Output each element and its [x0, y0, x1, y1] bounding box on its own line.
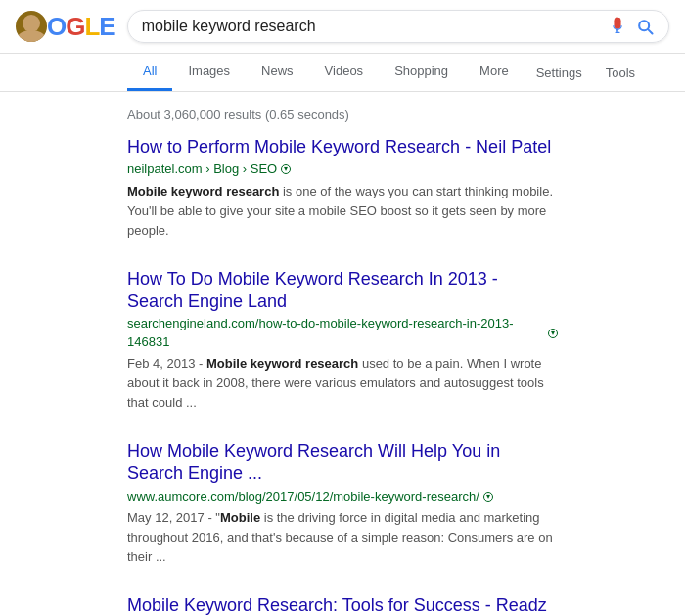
- result-url: neilpatel.com › Blog › SEO: [127, 160, 277, 178]
- tab-more[interactable]: More: [464, 54, 525, 91]
- logo-char-4: E: [99, 12, 114, 42]
- result-title[interactable]: Mobile Keyword Research: Tools for Succe…: [127, 594, 558, 616]
- result-dropdown-icon[interactable]: [483, 492, 493, 502]
- results-count: About 3,060,000 results (0.65 seconds): [127, 100, 558, 136]
- svg-rect-1: [616, 32, 620, 33]
- logo-char-3: L: [84, 12, 99, 42]
- result-url: www.aumcore.com/blog/2017/05/12/mobile-k…: [127, 488, 480, 506]
- result-item: Mobile Keyword Research: Tools for Succe…: [127, 594, 558, 616]
- result-snippet: Mobile keyword research is one of the wa…: [127, 182, 558, 241]
- tab-news[interactable]: News: [246, 54, 309, 91]
- results-container: How to Perform Mobile Keyword Research -…: [127, 136, 558, 616]
- tab-all[interactable]: All: [127, 54, 172, 91]
- settings-link[interactable]: Settings: [525, 56, 594, 90]
- result-url-row: neilpatel.com › Blog › SEO: [127, 160, 558, 178]
- search-icon[interactable]: [635, 17, 655, 36]
- result-item: How To Do Mobile Keyword Research In 201…: [127, 268, 558, 413]
- result-snippet: Feb 4, 2013 - Mobile keyword research us…: [127, 354, 558, 413]
- microphone-icon[interactable]: [608, 17, 627, 36]
- tab-images[interactable]: Images: [172, 54, 246, 91]
- result-url: searchengineland.com/how-to-do-mobile-ke…: [127, 315, 544, 350]
- search-input[interactable]: mobile keyword research: [142, 18, 600, 35]
- result-url-row: www.aumcore.com/blog/2017/05/12/mobile-k…: [127, 488, 558, 506]
- result-item: How Mobile Keyword Research Will Help Yo…: [127, 440, 558, 567]
- nav-tabs: All Images News Videos Shopping More Set…: [0, 54, 685, 92]
- result-title[interactable]: How to Perform Mobile Keyword Research -…: [127, 136, 558, 158]
- result-snippet: May 12, 2017 - "Mobile is the driving fo…: [127, 508, 558, 567]
- result-url-row: searchengineland.com/how-to-do-mobile-ke…: [127, 315, 558, 350]
- tab-shopping[interactable]: Shopping: [379, 54, 464, 91]
- result-title[interactable]: How To Do Mobile Keyword Research In 201…: [127, 268, 558, 314]
- google-logo: OGLE: [47, 12, 115, 42]
- tools-link[interactable]: Tools: [594, 56, 647, 90]
- logo-area: OGLE: [16, 11, 115, 42]
- result-dropdown-icon[interactable]: [281, 164, 291, 174]
- google-avatar: [16, 11, 47, 42]
- tab-videos[interactable]: Videos: [309, 54, 380, 91]
- header: OGLE mobile keyword research: [0, 0, 685, 54]
- logo-char-1: O: [47, 12, 66, 42]
- results-area: About 3,060,000 results (0.65 seconds) H…: [0, 92, 685, 616]
- result-dropdown-icon[interactable]: [548, 329, 558, 338]
- search-bar[interactable]: mobile keyword research: [127, 10, 669, 43]
- logo-char-2: G: [66, 12, 84, 42]
- result-title[interactable]: How Mobile Keyword Research Will Help Yo…: [127, 440, 558, 486]
- result-item: How to Perform Mobile Keyword Research -…: [127, 136, 558, 241]
